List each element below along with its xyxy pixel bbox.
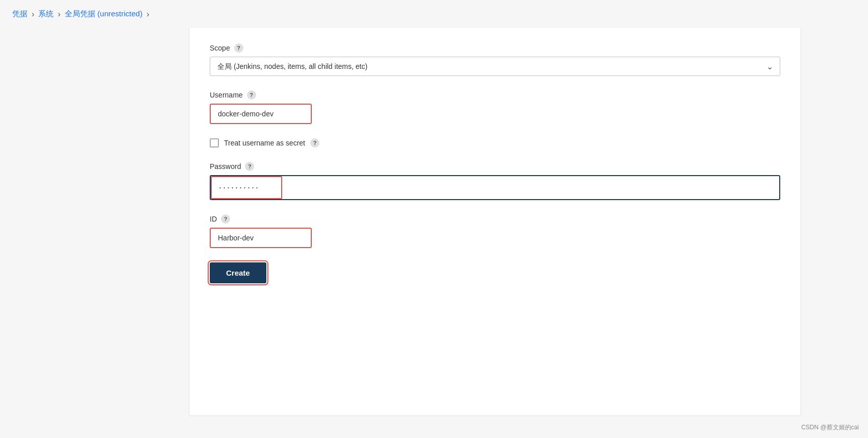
scope-label-text: Scope xyxy=(210,44,230,52)
password-help-icon[interactable]: ? xyxy=(245,162,254,171)
username-input[interactable] xyxy=(210,104,312,124)
form-actions: Create xyxy=(210,262,780,283)
username-label-text: Username xyxy=(210,91,243,99)
scope-label: Scope ? xyxy=(210,43,780,53)
password-section: Password ? ·········· xyxy=(210,162,780,200)
password-label: Password ? xyxy=(210,162,780,171)
username-section: Username ? xyxy=(210,90,780,124)
treat-username-label: Treat username as secret xyxy=(224,139,305,147)
breadcrumb-sep-2: › xyxy=(58,10,60,19)
treat-username-as-secret-row: Treat username as secret ? xyxy=(210,138,780,148)
scope-select-wrapper: 全局 (Jenkins, nodes, items, all child ite… xyxy=(210,57,780,76)
breadcrumb: 凭据 › 系统 › 全局凭据 (unrestricted) › xyxy=(0,0,868,28)
password-input-wrapper: ·········· xyxy=(210,175,780,200)
username-help-icon[interactable]: ? xyxy=(247,90,256,100)
breadcrumb-system[interactable]: 系统 xyxy=(38,9,54,19)
treat-username-help-icon[interactable]: ? xyxy=(310,138,319,148)
breadcrumb-sep-1: › xyxy=(32,10,34,19)
scope-help-icon[interactable]: ? xyxy=(234,43,243,53)
id-input[interactable] xyxy=(210,228,312,248)
password-dots: ·········· xyxy=(211,176,282,199)
create-button[interactable]: Create xyxy=(210,262,266,283)
username-label: Username ? xyxy=(210,90,780,100)
id-label-text: ID xyxy=(210,215,217,223)
breadcrumb-sep-3: › xyxy=(146,10,149,19)
form-container: Scope ? 全局 (Jenkins, nodes, items, all c… xyxy=(189,28,801,416)
id-help-icon[interactable]: ? xyxy=(221,214,230,224)
treat-username-checkbox[interactable] xyxy=(210,138,219,148)
scope-select[interactable]: 全局 (Jenkins, nodes, items, all child ite… xyxy=(210,57,780,76)
id-label: ID ? xyxy=(210,214,780,224)
password-input[interactable] xyxy=(282,176,779,199)
id-section: ID ? xyxy=(210,214,780,248)
scope-section: Scope ? 全局 (Jenkins, nodes, items, all c… xyxy=(210,43,780,76)
breadcrumb-global[interactable]: 全局凭据 (unrestricted) xyxy=(65,9,143,19)
password-label-text: Password xyxy=(210,162,241,171)
watermark: CSDN @蔡文姬的cai xyxy=(801,423,859,432)
breadcrumb-credentials[interactable]: 凭据 xyxy=(12,9,28,19)
